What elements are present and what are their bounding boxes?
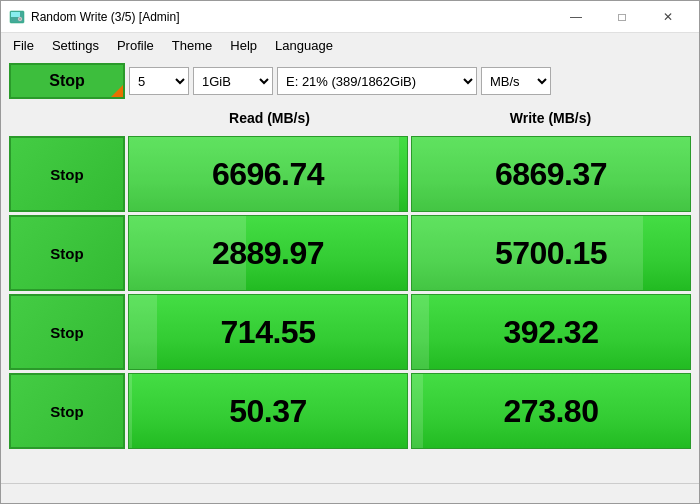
stop-button-4[interactable]: Stop bbox=[9, 373, 125, 449]
read-header: Read (MB/s) bbox=[129, 110, 410, 126]
menu-file[interactable]: File bbox=[5, 36, 42, 55]
stop-button-2[interactable]: Stop bbox=[9, 215, 125, 291]
main-content: Stop 5 1 2 4 8 16 1GiB 1MiB 8MiB 64MiB 2… bbox=[1, 57, 699, 483]
data-table: Read (MB/s) Write (MB/s) Stop 6696.74 68… bbox=[9, 103, 691, 475]
app-icon bbox=[9, 9, 25, 25]
svg-rect-1 bbox=[11, 12, 20, 17]
maximize-button[interactable]: □ bbox=[599, 1, 645, 33]
read-value-1: 6696.74 bbox=[128, 136, 408, 212]
menu-language[interactable]: Language bbox=[267, 36, 341, 55]
write-value-3: 392.32 bbox=[411, 294, 691, 370]
minimize-button[interactable]: — bbox=[553, 1, 599, 33]
menu-profile[interactable]: Profile bbox=[109, 36, 162, 55]
threads-select[interactable]: 5 1 2 4 8 16 bbox=[129, 67, 189, 95]
drive-select[interactable]: E: 21% (389/1862GiB) bbox=[277, 67, 477, 95]
table-row: Stop 50.37 273.80 bbox=[9, 373, 691, 449]
main-stop-button[interactable]: Stop bbox=[9, 63, 125, 99]
title-controls: — □ ✕ bbox=[553, 1, 691, 33]
read-value-4: 50.37 bbox=[128, 373, 408, 449]
stop-button-1[interactable]: Stop bbox=[9, 136, 125, 212]
controls-row: Stop 5 1 2 4 8 16 1GiB 1MiB 8MiB 64MiB 2… bbox=[9, 63, 691, 99]
write-header: Write (MB/s) bbox=[410, 110, 691, 126]
status-bar bbox=[1, 483, 699, 503]
read-value-3: 714.55 bbox=[128, 294, 408, 370]
stop-button-3[interactable]: Stop bbox=[9, 294, 125, 370]
window-title: Random Write (3/5) [Admin] bbox=[31, 10, 180, 24]
title-bar: Random Write (3/5) [Admin] — □ ✕ bbox=[1, 1, 699, 33]
table-row: Stop 2889.97 5700.15 bbox=[9, 215, 691, 291]
write-value-2: 5700.15 bbox=[411, 215, 691, 291]
menu-theme[interactable]: Theme bbox=[164, 36, 220, 55]
read-value-2: 2889.97 bbox=[128, 215, 408, 291]
menu-help[interactable]: Help bbox=[222, 36, 265, 55]
table-header: Read (MB/s) Write (MB/s) bbox=[9, 103, 691, 133]
close-button[interactable]: ✕ bbox=[645, 1, 691, 33]
title-bar-left: Random Write (3/5) [Admin] bbox=[9, 9, 180, 25]
size-select[interactable]: 1GiB 1MiB 8MiB 64MiB 256MiB 4GiB bbox=[193, 67, 273, 95]
svg-point-3 bbox=[19, 18, 21, 20]
main-window: Random Write (3/5) [Admin] — □ ✕ File Se… bbox=[0, 0, 700, 504]
write-value-4: 273.80 bbox=[411, 373, 691, 449]
table-row: Stop 6696.74 6869.37 bbox=[9, 136, 691, 212]
write-value-1: 6869.37 bbox=[411, 136, 691, 212]
menu-bar: File Settings Profile Theme Help Languag… bbox=[1, 33, 699, 57]
unit-select[interactable]: MB/s GB/s IOPS μs bbox=[481, 67, 551, 95]
table-row: Stop 714.55 392.32 bbox=[9, 294, 691, 370]
menu-settings[interactable]: Settings bbox=[44, 36, 107, 55]
